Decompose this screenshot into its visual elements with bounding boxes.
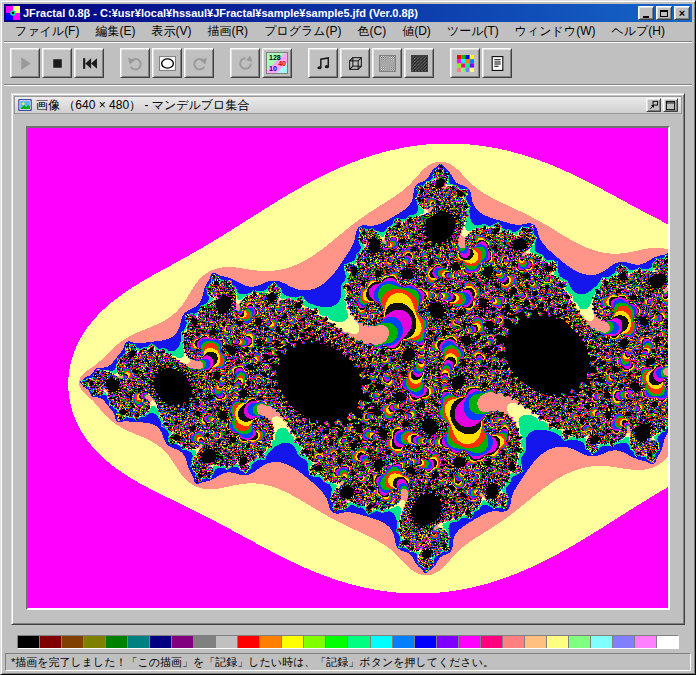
- image-window-controls: [646, 98, 678, 112]
- menu-item-edit[interactable]: 編集(E): [87, 21, 143, 42]
- palette-swatch-22[interactable]: [503, 636, 525, 648]
- ellipse-button[interactable]: [152, 48, 182, 78]
- stop-button[interactable]: [42, 48, 72, 78]
- log-icon: [489, 55, 506, 72]
- menu-item-window[interactable]: ウィンドウ(W): [507, 21, 604, 42]
- menu-item-view[interactable]: 表示(V): [143, 21, 199, 42]
- window-controls: ×: [638, 6, 690, 20]
- palette-swatch-10[interactable]: [238, 636, 260, 648]
- music-button[interactable]: [308, 48, 338, 78]
- fractal-canvas[interactable]: [28, 128, 668, 608]
- palette-swatch-20[interactable]: [459, 636, 481, 648]
- dither-button[interactable]: [404, 48, 434, 78]
- play-button[interactable]: [10, 48, 40, 78]
- palette-swatch-3[interactable]: [84, 636, 106, 648]
- menu-item-help[interactable]: ヘルプ(H): [604, 21, 674, 42]
- undo-button[interactable]: [120, 48, 150, 78]
- music-icon: [315, 55, 332, 72]
- menu-item-value[interactable]: 値(D): [394, 21, 439, 42]
- color-count-icon: 1284010: [266, 52, 288, 74]
- window-title: JFractal 0.8β - C:¥usr¥local¥hssaul¥JFra…: [23, 7, 635, 19]
- menu-item-tools[interactable]: ツール(T): [439, 21, 507, 42]
- close-button[interactable]: ×: [674, 6, 690, 20]
- palette-bar: [17, 635, 679, 649]
- status-message: *描画を完了しました！「この描画」を「記録」したい時は、「記録」ボタンを押してく…: [11, 655, 494, 670]
- palette-swatch-16[interactable]: [371, 636, 393, 648]
- palette-strip: [4, 633, 692, 651]
- toolbar-group: [450, 48, 512, 78]
- menu-item-file[interactable]: ファイル(F): [7, 21, 87, 42]
- maximize-button[interactable]: [656, 6, 672, 20]
- palette-swatch-2[interactable]: [62, 636, 84, 648]
- palette-swatch-19[interactable]: [437, 636, 459, 648]
- palette-swatch-12[interactable]: [282, 636, 304, 648]
- palette-swatch-1[interactable]: [40, 636, 62, 648]
- app-icon: [6, 6, 20, 20]
- minimize-icon: [643, 16, 649, 18]
- image-window-icon: [18, 98, 32, 112]
- palette-swatch-11[interactable]: [260, 636, 282, 648]
- image-window-titlebar[interactable]: 画像 （640 × 480） - マンデルブロ集合: [14, 96, 682, 114]
- palette-swatch-18[interactable]: [415, 636, 437, 648]
- mosaic-button[interactable]: [450, 48, 480, 78]
- palette-swatch-5[interactable]: [128, 636, 150, 648]
- detach-icon: [648, 100, 659, 111]
- palette-swatch-7[interactable]: [172, 636, 194, 648]
- status-bar: *描画を完了しました！「この描画」を「記録」したい時は、「記録」ボタンを押してく…: [4, 651, 692, 671]
- image-window-title: 画像 （640 × 480） - マンデルブロ集合: [36, 97, 642, 114]
- palette-swatch-28[interactable]: [635, 636, 657, 648]
- palette-swatch-0[interactable]: [18, 636, 40, 648]
- maximize-image-button[interactable]: [663, 98, 678, 112]
- palette-swatch-13[interactable]: [304, 636, 326, 648]
- ellipse-icon: [159, 55, 176, 72]
- image-window-body: [14, 114, 682, 622]
- palette-swatch-9[interactable]: [216, 636, 238, 648]
- rewind-icon: [81, 55, 98, 72]
- title-bar[interactable]: JFractal 0.8β - C:¥usr¥local¥hssaul¥JFra…: [4, 4, 692, 22]
- rewind-button[interactable]: [74, 48, 104, 78]
- maximize-image-icon: [665, 100, 676, 111]
- menu-bar: ファイル(F)編集(E)表示(V)描画(R)プログラム(P)色(C)値(D)ツー…: [4, 22, 692, 42]
- mosaic-icon: [457, 55, 474, 72]
- palette-swatch-27[interactable]: [613, 636, 635, 648]
- palette-swatch-21[interactable]: [481, 636, 503, 648]
- dither-icon: [411, 55, 428, 72]
- palette-swatch-24[interactable]: [547, 636, 569, 648]
- play-icon: [17, 55, 34, 72]
- canvas-frame: [26, 126, 670, 610]
- minimize-button[interactable]: [638, 6, 654, 20]
- toolbar-group: [308, 48, 434, 78]
- redo-icon: [191, 55, 208, 72]
- cube-button[interactable]: [340, 48, 370, 78]
- toolbar-group: [120, 48, 214, 78]
- log-button[interactable]: [482, 48, 512, 78]
- color-count-button[interactable]: 1284010: [262, 48, 292, 78]
- repeat-button[interactable]: [230, 48, 260, 78]
- menu-item-draw[interactable]: 描画(R): [199, 21, 256, 42]
- palette-swatch-17[interactable]: [393, 636, 415, 648]
- palette-swatch-29[interactable]: [657, 636, 678, 648]
- image-window: 画像 （640 × 480） - マンデルブロ集合: [11, 93, 685, 625]
- palette-swatch-25[interactable]: [569, 636, 591, 648]
- redo-button[interactable]: [184, 48, 214, 78]
- palette-swatch-14[interactable]: [326, 636, 348, 648]
- palette-swatch-4[interactable]: [106, 636, 128, 648]
- cube-icon: [347, 55, 364, 72]
- menu-item-color[interactable]: 色(C): [350, 21, 395, 42]
- palette-swatch-23[interactable]: [525, 636, 547, 648]
- palette-swatch-26[interactable]: [591, 636, 613, 648]
- halftone-icon: [379, 55, 396, 72]
- detach-window-button[interactable]: [646, 98, 661, 112]
- status-panel: *描画を完了しました！「この描画」を「記録」したい時は、「記録」ボタンを押してく…: [5, 653, 691, 671]
- menu-item-program[interactable]: プログラム(P): [256, 21, 349, 42]
- repeat-icon: [237, 55, 254, 72]
- toolbar-group: [10, 48, 104, 78]
- palette-swatch-15[interactable]: [348, 636, 370, 648]
- palette-swatch-6[interactable]: [150, 636, 172, 648]
- stop-icon: [49, 55, 66, 72]
- palette-swatch-8[interactable]: [194, 636, 216, 648]
- toolbar: 1284010: [4, 42, 692, 84]
- mdi-area: 画像 （640 × 480） - マンデルブロ集合: [4, 84, 692, 633]
- toolbar-group: 1284010: [230, 48, 292, 78]
- halftone-button[interactable]: [372, 48, 402, 78]
